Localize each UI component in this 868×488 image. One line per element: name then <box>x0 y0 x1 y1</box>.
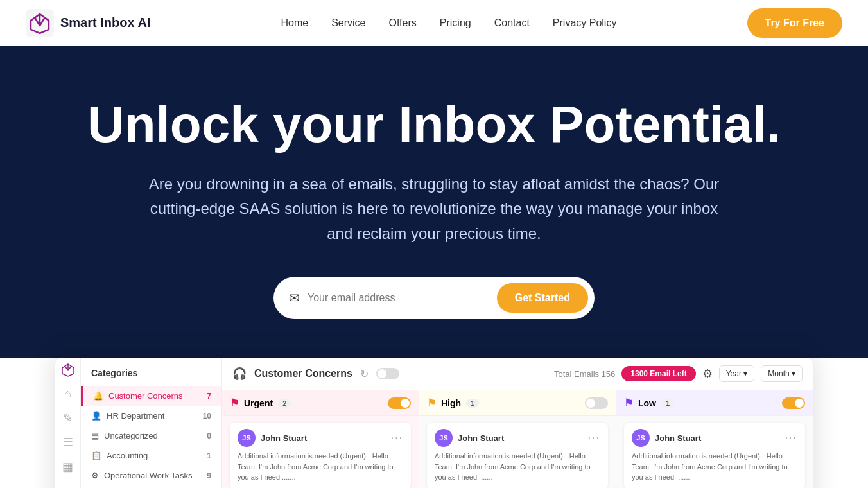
month-dropdown[interactable]: Month <box>761 365 803 382</box>
kanban-body-low: JS John Stuart ··· Additional informatio… <box>616 416 813 488</box>
low-count: 1 <box>661 399 674 408</box>
sidebar-count-accounting: 1 <box>207 451 211 460</box>
avatar-urgent: JS <box>238 429 256 447</box>
sidebar-label-customer-concerns: Customer Concerns <box>108 391 183 401</box>
card-menu-high[interactable]: ··· <box>588 432 600 444</box>
year-dropdown[interactable]: Year <box>719 365 755 382</box>
total-emails-label: Total Emails 156 <box>554 369 615 379</box>
edit-icon[interactable]: ✎ <box>63 411 73 425</box>
toolbar-right: Total Emails 156 1300 Email Left ⚙ Year … <box>554 365 803 382</box>
card-name-high: John Stuart <box>458 433 504 443</box>
flag-high-icon: ⚑ <box>427 397 436 409</box>
urgent-label: Urgent <box>244 398 273 408</box>
sidebar-count-hr: 10 <box>203 412 211 421</box>
navbar: Smart Inbox AI Home Service Offers Prici… <box>0 0 868 46</box>
email-card-high: JS John Stuart ··· Additional informatio… <box>427 423 608 488</box>
sidebar-count-operational: 9 <box>207 471 211 480</box>
filter-icon[interactable]: ⚙ <box>702 367 713 381</box>
high-toggle[interactable] <box>585 397 608 409</box>
sidebar-item-scheduling[interactable]: 📅 Scheduling & Appointments 6 <box>81 485 221 488</box>
main-toggle[interactable] <box>376 368 399 379</box>
sidebar-item-uncategorized[interactable]: ▤ Uncategorized 0 <box>81 426 221 446</box>
chart-icon[interactable]: ▦ <box>62 460 73 474</box>
kanban-col-urgent: ⚑ Urgent 2 JS John St <box>222 390 419 488</box>
nav-pricing[interactable]: Pricing <box>440 17 471 28</box>
sidebar-count-uncategorized: 0 <box>207 431 211 440</box>
low-label: Low <box>638 398 656 408</box>
kanban-col-high: ⚑ High 1 JS John Stua <box>419 390 616 488</box>
kanban-header-high: ⚑ High 1 <box>419 390 616 416</box>
sidebar: Categories 🔔 Customer Concerns 7 👤 HR De… <box>81 358 222 488</box>
kanban-board: ⚑ Urgent 2 JS John St <box>222 390 813 488</box>
main-content: 🎧 Customer Concerns ↻ Total Emails 156 1… <box>222 358 813 488</box>
app-body: ⌂ ✎ ☰ ▦ Categories 🔔 Customer Concerns 7 <box>55 358 813 488</box>
nav-privacy[interactable]: Privacy Policy <box>553 17 617 28</box>
hr-icon: 👤 <box>91 411 101 421</box>
sidebar-item-hr[interactable]: 👤 HR Department 10 <box>81 406 221 426</box>
sidebar-item-accounting[interactable]: 📋 Accounting 1 <box>81 446 221 466</box>
nav-links: Home Service Offers Pricing Contact Priv… <box>281 17 616 29</box>
card-name-urgent: John Stuart <box>261 433 307 443</box>
card-text-urgent: Additional information is needed (Urgent… <box>238 451 403 483</box>
kanban-header-low: ⚑ Low 1 <box>616 390 813 416</box>
main-toolbar: 🎧 Customer Concerns ↻ Total Emails 156 1… <box>222 358 813 390</box>
email-card-low: JS John Stuart ··· Additional informatio… <box>624 423 805 488</box>
hero-subtext: Are you drowning in a sea of emails, str… <box>145 172 723 246</box>
sidebar-item-operational[interactable]: ⚙ Operational Work Tasks 9 <box>81 466 221 485</box>
main-toolbar-title: Customer Concerns <box>254 368 352 379</box>
app-preview: ⌂ ✎ ☰ ▦ Categories 🔔 Customer Concerns 7 <box>0 358 868 488</box>
avatar-high: JS <box>435 429 453 447</box>
card-menu-low[interactable]: ··· <box>785 432 797 444</box>
email-input[interactable] <box>308 292 489 304</box>
nav-logo[interactable]: Smart Inbox AI <box>26 9 150 37</box>
sidebar-nav-icons: ⌂ ✎ ☰ ▦ <box>55 358 81 488</box>
urgent-toggle[interactable] <box>388 397 411 409</box>
kanban-col-low: ⚑ Low 1 JS John Stuar <box>616 390 813 488</box>
high-label: High <box>441 398 461 408</box>
sidebar-label-accounting: Accounting <box>107 451 148 460</box>
kanban-body-urgent: JS John Stuart ··· Additional informatio… <box>222 416 419 488</box>
kanban-body-high: JS John Stuart ··· Additional informatio… <box>419 416 616 488</box>
kanban-header-urgent: ⚑ Urgent 2 <box>222 390 419 416</box>
nav-home[interactable]: Home <box>281 17 308 28</box>
nav-offers[interactable]: Offers <box>389 17 417 28</box>
sidebar-count-customer-concerns: 7 <box>207 392 211 401</box>
low-toggle[interactable] <box>782 397 805 409</box>
hero-email-form: ✉ Get Started <box>273 277 595 319</box>
high-count: 1 <box>466 399 479 408</box>
nav-contact[interactable]: Contact <box>494 17 530 28</box>
app-window: ⌂ ✎ ☰ ▦ Categories 🔔 Customer Concerns 7 <box>55 358 813 488</box>
customer-concerns-icon: 🔔 <box>93 391 103 401</box>
urgent-count: 2 <box>278 399 291 408</box>
sidebar-label-hr: HR Department <box>107 411 164 421</box>
hero-section: Unlock your Inbox Potential. Are you dro… <box>0 46 868 358</box>
nav-service[interactable]: Service <box>331 17 365 28</box>
accounting-icon: 📋 <box>91 451 101 460</box>
flag-urgent-icon: ⚑ <box>230 397 239 409</box>
sidebar-logo-icon <box>61 363 75 377</box>
home-icon[interactable]: ⌂ <box>64 387 71 401</box>
list-icon[interactable]: ☰ <box>63 435 73 449</box>
card-name-low: John Stuart <box>655 433 701 443</box>
sidebar-item-customer-concerns[interactable]: 🔔 Customer Concerns 7 <box>81 386 221 406</box>
card-text-low: Additional information is needed (Urgent… <box>632 451 797 483</box>
sidebar-title: Categories <box>81 368 221 386</box>
operational-icon: ⚙ <box>91 471 99 480</box>
get-started-button[interactable]: Get Started <box>497 283 588 313</box>
email-left-badge: 1300 Email Left <box>621 366 695 381</box>
uncategorized-icon: ▤ <box>91 431 99 440</box>
nav-cta-button[interactable]: Try For Free <box>747 8 842 38</box>
sidebar-label-uncategorized: Uncategorized <box>104 431 158 440</box>
logo-icon <box>26 9 54 37</box>
sidebar-label-operational: Operational Work Tasks <box>104 471 193 480</box>
card-menu-urgent[interactable]: ··· <box>391 432 403 444</box>
avatar-low: JS <box>632 429 650 447</box>
headset-icon: 🎧 <box>232 367 247 381</box>
refresh-icon[interactable]: ↻ <box>360 368 369 380</box>
mail-icon: ✉ <box>289 290 300 306</box>
email-card-urgent: JS John Stuart ··· Additional informatio… <box>230 423 411 488</box>
hero-headline: Unlock your Inbox Potential. <box>87 98 781 152</box>
flag-low-icon: ⚑ <box>624 397 633 409</box>
card-text-high: Additional information is needed (Urgent… <box>435 451 600 483</box>
brand-name: Smart Inbox AI <box>60 15 150 30</box>
